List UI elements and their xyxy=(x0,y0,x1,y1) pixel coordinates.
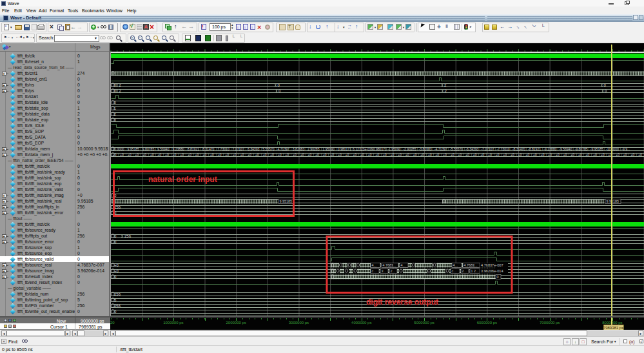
svg-text:+0: +0 xyxy=(540,153,544,157)
svg-text:+0: +0 xyxy=(225,153,229,157)
svg-text:+0: +0 xyxy=(435,153,439,157)
svg-text:+0: +0 xyxy=(585,153,589,157)
svg-text:+0: +0 xyxy=(323,153,327,157)
svg-text:7000000 ps: 7000000 ps xyxy=(540,321,560,325)
svg-text:-7.07107: -7.07107 xyxy=(481,147,494,151)
svg-text:+0: +0 xyxy=(511,153,514,157)
svg-text:+0: +0 xyxy=(120,153,124,157)
svg-text:+0: +0 xyxy=(398,153,402,157)
svg-text:1.95090: 1.95090 xyxy=(322,147,335,151)
svg-text:+0: +0 xyxy=(262,153,266,157)
svg-text:+0: +0 xyxy=(293,153,297,157)
svg-text:-5.55570: -5.55570 xyxy=(450,147,463,151)
svg-text:2...: 2... xyxy=(391,269,396,273)
svg-text:+0: +0 xyxy=(375,153,379,157)
svg-text:7.07107: 7.07107 xyxy=(233,147,245,151)
svg-text:5.55570: 5.55570 xyxy=(262,147,275,151)
svg-text:+0: +0 xyxy=(465,153,469,157)
svg-text:+0: +0 xyxy=(630,153,634,157)
svg-text:+0: +0 xyxy=(638,153,642,157)
svg-text:+0: +0 xyxy=(285,153,289,157)
svg-text:+0: +0 xyxy=(390,153,394,157)
svg-text:+0: +0 xyxy=(496,153,500,157)
svg-text:+0: +0 xyxy=(480,153,484,157)
svg-text:-0.980171: -0.980171 xyxy=(372,147,387,151)
svg-text:+0: +0 xyxy=(383,153,387,157)
svg-text:+0: +0 xyxy=(165,153,169,157)
svg-text:2.90285: 2.90285 xyxy=(307,147,320,151)
svg-text:+0: +0 xyxy=(368,153,372,157)
svg-text:+0: +0 xyxy=(346,153,349,157)
svg-text:6.12323e-016: 6.12323e-016 xyxy=(353,147,373,151)
svg-text:+0: +0 xyxy=(188,153,191,157)
svg-text:+0: +0 xyxy=(300,153,304,157)
svg-text:c...: c... xyxy=(372,269,376,273)
svg-text:-9.23880: -9.23880 xyxy=(543,147,556,151)
svg-text:+0: +0 xyxy=(248,153,251,157)
svg-text:-9.9...: -9.9... xyxy=(621,147,630,151)
svg-text:+0: +0 xyxy=(420,153,424,157)
svg-text:3.82683: 3.82683 xyxy=(293,147,305,151)
svg-text:8.81921: 8.81921 xyxy=(188,147,200,151)
svg-text:+0: +0 xyxy=(128,153,132,157)
svg-text:+0: +0 xyxy=(240,153,244,157)
svg-text:+0: +0 xyxy=(338,153,342,157)
svg-text:+0: +0 xyxy=(533,153,537,157)
svg-text:+0: +0 xyxy=(278,153,282,157)
svg-text:+0: +0 xyxy=(571,153,574,157)
svg-text:+0: +0 xyxy=(443,153,447,157)
svg-text:8000000 ps: 8000000 ps xyxy=(602,321,622,325)
svg-text:9.95185: 9.95185 xyxy=(128,147,140,151)
svg-text:8.31470: 8.31470 xyxy=(202,147,215,151)
svg-text:4.7683...: 4.7683... xyxy=(464,263,478,267)
svg-text:7989381 ps: 7989381 ps xyxy=(603,326,623,330)
svg-text:+0: +0 xyxy=(428,153,432,157)
svg-text:-6.34393: -6.34393 xyxy=(465,147,478,151)
svg-text:4.7683...: 4.7683... xyxy=(383,263,396,267)
svg-text:20: 20 xyxy=(110,321,115,325)
svg-text:+0: +0 xyxy=(233,153,237,157)
svg-text:9.23880: 9.23880 xyxy=(172,147,184,151)
svg-text:-9.95185: -9.95185 xyxy=(590,147,603,151)
svg-text:+0: +0 xyxy=(518,153,522,157)
svg-text:2000000 ps: 2000000 ps xyxy=(226,321,246,325)
svg-text:7.73010: 7.73010 xyxy=(217,147,229,151)
svg-text:+0: +0 xyxy=(578,153,582,157)
svg-text:+0: +0 xyxy=(315,153,319,157)
svg-text:+0: +0 xyxy=(488,153,492,157)
svg-text:3.96206e-014: 3.96206e-014 xyxy=(481,269,503,273)
svg-text:+0: +0 xyxy=(180,153,184,157)
svg-text:+0: +0 xyxy=(150,153,154,157)
svg-text:c...: c... xyxy=(452,269,456,273)
svg-text:+0: +0 xyxy=(255,153,259,157)
svg-text:-4.71397: -4.71397 xyxy=(434,147,447,151)
svg-text:+0: +0 xyxy=(451,153,454,157)
svg-text:256: 256 xyxy=(114,205,121,209)
svg-text:+0: +0 xyxy=(563,153,567,157)
svg-text:9.56940: 9.56940 xyxy=(157,147,170,151)
svg-text:+0: +0 xyxy=(135,153,139,157)
svg-text:+0: +0 xyxy=(593,153,597,157)
svg-text:+0: +0 xyxy=(503,153,507,157)
svg-text:1000000 ps: 1000000 ps xyxy=(163,321,183,325)
svg-text:256: 256 xyxy=(114,304,121,308)
svg-text:9.95185: 9.95185 xyxy=(607,199,620,203)
svg-text:+0: +0 xyxy=(623,153,627,157)
svg-text:256: 256 xyxy=(114,292,121,296)
svg-text:3000000 ps: 3000000 ps xyxy=(289,321,309,325)
svg-text:256: 256 xyxy=(124,234,132,238)
svg-text:0.980171: 0.980171 xyxy=(338,147,351,151)
svg-text:+0: +0 xyxy=(360,153,364,157)
svg-text:+0: +0 xyxy=(112,153,116,157)
svg-text:+0: +0 xyxy=(330,153,334,157)
svg-text:9.80785: 9.80785 xyxy=(142,147,155,151)
svg-text:+0: +0 xyxy=(270,153,274,157)
svg-text:+0: +0 xyxy=(114,263,119,267)
svg-text:-9.56940: -9.56940 xyxy=(559,147,572,151)
svg-text:+0: +0 xyxy=(307,153,311,157)
svg-text:4...: 4... xyxy=(453,263,458,267)
svg-text:+0: +0 xyxy=(616,153,620,157)
svg-text:4000000 ps: 4000000 ps xyxy=(351,321,371,325)
svg-text:0: 0 xyxy=(497,275,499,279)
svg-text:3...: 3... xyxy=(382,269,387,273)
